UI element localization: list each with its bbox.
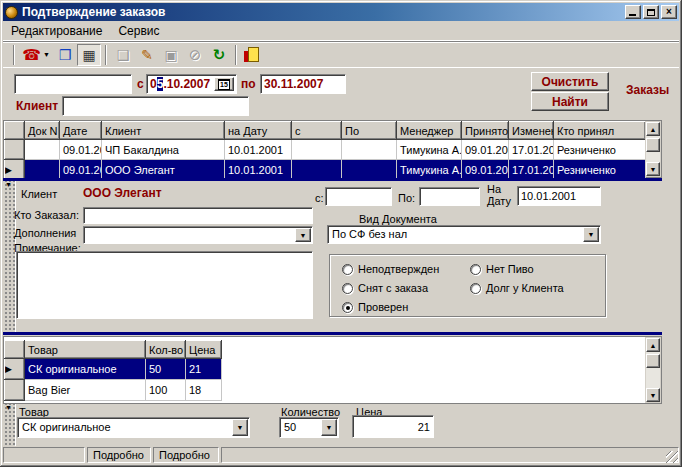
horizontal-splitter[interactable] [3,332,662,335]
col-header-client[interactable]: Клиент [102,122,225,140]
exit-button[interactable] [241,44,265,66]
call-phone-icon: ☎ [22,47,41,62]
orders-grid: Док N Дате Клиент на Дату с По Менеджер … [3,120,662,178]
detail-to-label: По: [398,192,415,204]
search-input[interactable] [14,74,132,94]
product-row[interactable]: Bag Bier 100 18 [5,380,222,401]
date-from-input[interactable]: 05.10.2007 15 [146,74,237,94]
grid-view-button[interactable]: ▦ [77,44,101,66]
scroll-down-button[interactable]: ▼ [646,162,660,176]
col-header-changed[interactable]: Изменен [509,122,554,140]
scroll-up-button[interactable]: ▲ [646,338,660,352]
col-header-accepted[interactable]: Принято [462,122,509,140]
chevron-down-icon[interactable]: ▼ [583,227,599,242]
save-button[interactable]: ▣ [159,44,183,66]
clear-button-label: Очистить [542,75,599,89]
order-row[interactable]: 09.01.20 ЧП Бакалдина 10.01.2001 Тимукин… [5,140,646,160]
journal-button[interactable]: ❒ [53,44,77,66]
scroll-thumb[interactable] [646,138,660,152]
col-header-manager[interactable]: Менеджер [397,122,462,140]
maximize-button[interactable] [643,5,659,19]
doc-type-label: Вид Документа [359,213,437,225]
col-header-from[interactable]: с [292,122,342,140]
cell-manager: Тимукина А. [397,140,462,160]
radio-icon [470,283,481,294]
doc-type-combobox[interactable]: По СФ без нал ▼ [327,225,601,244]
menu-service[interactable]: Сервис [110,22,167,40]
chevron-down-icon[interactable]: ▼ [232,419,248,436]
note-textarea[interactable] [16,251,313,319]
collapse-icon[interactable]: ▼ [5,404,12,411]
qty-value: 50 [284,421,296,433]
orders-scrollbar[interactable]: ▲ ▼ [645,121,661,177]
price-input[interactable] [352,415,434,438]
calendar-picker-button[interactable]: 15 [214,77,234,91]
radio-option-unconfirmed[interactable]: Неподтвержден [342,263,439,275]
client-filter-input[interactable] [62,96,249,116]
radio-label: Снят с заказа [358,282,428,294]
date-from-text: .10.2007 [163,77,210,91]
col-header-to[interactable]: По [342,122,397,140]
radio-option-client-debt[interactable]: Долг у Клиента [470,282,564,294]
col-header-on-date[interactable]: на Дату [225,122,292,140]
orderer-input[interactable] [83,207,313,224]
refresh-button[interactable]: ↻ [207,44,231,66]
collapse-icon[interactable]: ▼ [5,181,12,188]
scroll-down-button[interactable]: ▼ [646,388,660,402]
cell-to [342,140,397,160]
edit-order-button[interactable]: ✎ [135,44,159,66]
call-button[interactable]: ☎ ▼ [19,44,53,66]
product-editor-panel: ▼ Товар СК оригинальное ▼ Количество 50 … [3,404,676,446]
col-header-product[interactable]: Товар [25,341,146,359]
cancel-button[interactable]: ⊘ [183,44,207,66]
minimize-button[interactable] [625,5,641,19]
cell-on-date: 10.01.2001 [225,140,292,160]
close-button[interactable]: × [661,5,677,19]
col-header-date[interactable]: Дате [60,122,102,140]
chevron-down-icon[interactable]: ▼ [295,228,311,242]
resize-grip[interactable] [666,451,678,463]
detail-panel-handle[interactable]: ▼ [3,181,16,332]
product-row-selected[interactable]: ▶ СК оригинальное 50 21 [5,359,222,380]
find-button-label: Найти [552,95,588,109]
scroll-thumb[interactable] [646,354,660,368]
products-table: Товар Кол-во Цена ▶ СК оригинальное 50 2… [4,340,222,401]
editor-panel-handle[interactable]: ▼ [3,404,16,446]
row-selector: ▶ [5,359,25,380]
product-combobox[interactable]: СК оригинальное ▼ [17,417,250,438]
cell-client: ЧП Бакалдина [102,140,225,160]
col-header-qty[interactable]: Кол-во [146,341,186,359]
scroll-up-button[interactable]: ▲ [646,122,660,136]
qty-combobox[interactable]: 50 ▼ [279,417,339,438]
col-header-price[interactable]: Цена [186,341,222,359]
new-order-icon: ❑ [117,48,130,62]
on-date-input[interactable] [517,186,601,206]
radio-option-checked[interactable]: Проверен [342,301,408,313]
cell-accepted-by: Резниченко [554,160,646,180]
cell-accepted-by: Резниченко [554,140,646,160]
minimize-icon [629,14,636,16]
radio-option-no-beer[interactable]: Нет Пиво [470,263,534,275]
cell-manager: Тимукина А. [397,160,462,180]
cell-doc-n [25,160,60,180]
col-header-accepted-by[interactable]: Кто принял [554,122,646,140]
products-scrollbar[interactable]: ▲ ▼ [645,337,661,403]
detail-panel: ▼ Клиент ООО Элегант Кто Заказал: Дополн… [3,181,676,332]
col-header-doc-n[interactable]: Док N [25,122,60,140]
date-to-input[interactable]: 30.11.2007 [260,74,346,94]
chevron-down-icon[interactable]: ▼ [321,419,337,436]
menu-edit[interactable]: Редактирование [3,22,110,40]
products-grid: Товар Кол-во Цена ▶ СК оригинальное 50 2… [3,336,662,404]
on-date-label: На Дату [487,183,517,207]
radio-option-removed[interactable]: Снят с заказа [342,282,428,294]
detail-from-input[interactable] [325,187,392,206]
new-order-button[interactable]: ❑ [111,44,135,66]
additions-combobox[interactable]: ▼ [83,226,313,244]
order-row-selected[interactable]: ▶ 09.01.20 ООО Элегант 10.01.2001 Тимуки… [5,160,646,180]
filter-panel: с 05.10.2007 15 по 30.11.2007 Очистить Н… [3,67,679,120]
current-row-marker-icon: ▶ [5,364,12,374]
find-button[interactable]: Найти [531,92,609,111]
clear-button[interactable]: Очистить [531,72,609,91]
detail-to-input[interactable] [419,187,480,206]
app-window: Подтверждение заказов × Редактирование С… [0,0,682,467]
